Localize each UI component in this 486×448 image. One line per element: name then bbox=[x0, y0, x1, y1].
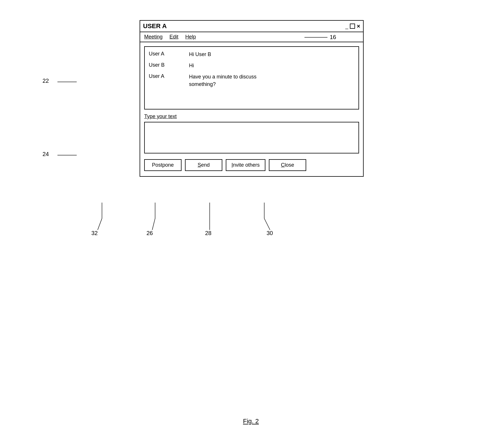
window-content: User A Hi User B User B Hi User A Have y… bbox=[140, 42, 363, 176]
main-window: USER A _ × Meeting Edit Help User A Hi U… bbox=[140, 20, 364, 177]
meeting-label: Meeting bbox=[144, 34, 163, 40]
chat-text-1: Hi User B bbox=[189, 51, 211, 58]
maximize-button[interactable] bbox=[350, 24, 355, 29]
figure-label-text: Fig. 2 bbox=[243, 418, 259, 425]
annotation-22: 22 bbox=[43, 78, 49, 84]
postpone-button[interactable]: Postpone bbox=[144, 159, 182, 171]
close-label: Close bbox=[281, 162, 294, 168]
button-row: Postpone Send Invite others Close bbox=[144, 159, 359, 171]
window-controls: _ × bbox=[345, 23, 360, 30]
chat-area: User A Hi User B User B Hi User A Have y… bbox=[144, 46, 359, 109]
annotation-32: 32 bbox=[91, 230, 98, 237]
send-button[interactable]: Send bbox=[185, 159, 222, 171]
svg-line-13 bbox=[264, 218, 270, 230]
page: USER A _ × Meeting Edit Help User A Hi U… bbox=[0, 0, 486, 448]
type-your-text-label: Type your text bbox=[144, 114, 359, 120]
menu-help[interactable]: Help bbox=[185, 34, 196, 40]
help-label: Help bbox=[185, 34, 196, 40]
menu-edit[interactable]: Edit bbox=[169, 34, 178, 40]
invite-others-label: Invite others bbox=[232, 162, 260, 168]
svg-line-7 bbox=[98, 218, 102, 230]
chat-message-3: User A Have you a minute to discusssomet… bbox=[149, 73, 354, 88]
minimize-button[interactable]: _ bbox=[345, 23, 348, 29]
chat-message-1: User A Hi User B bbox=[149, 51, 354, 58]
annotation-30: 30 bbox=[267, 230, 273, 237]
chat-message-2: User B Hi bbox=[149, 62, 354, 69]
edit-label: Edit bbox=[169, 34, 178, 40]
window-close-button[interactable]: × bbox=[357, 23, 360, 30]
chat-text-2: Hi bbox=[189, 62, 194, 69]
svg-line-9 bbox=[152, 218, 155, 230]
chat-user-2: User B bbox=[149, 62, 172, 69]
annotation-16: 16 bbox=[330, 34, 336, 41]
annotation-26: 26 bbox=[146, 230, 153, 237]
annotation-24: 24 bbox=[43, 151, 49, 157]
send-label: Send bbox=[198, 162, 210, 168]
chat-text-3: Have you a minute to discusssomething? bbox=[189, 73, 256, 88]
postpone-label: Postpone bbox=[152, 162, 174, 168]
annotation-28: 28 bbox=[205, 230, 211, 237]
chat-user-3: User A bbox=[149, 73, 172, 88]
title-bar: USER A _ × bbox=[140, 21, 363, 32]
text-input[interactable] bbox=[144, 122, 359, 153]
invite-others-button[interactable]: Invite others bbox=[226, 159, 265, 171]
close-button[interactable]: Close bbox=[269, 159, 306, 171]
figure-label: Fig. 2 bbox=[243, 418, 259, 425]
chat-user-1: User A bbox=[149, 51, 172, 58]
menu-meeting[interactable]: Meeting bbox=[144, 34, 163, 40]
window-title: USER A bbox=[143, 22, 167, 30]
